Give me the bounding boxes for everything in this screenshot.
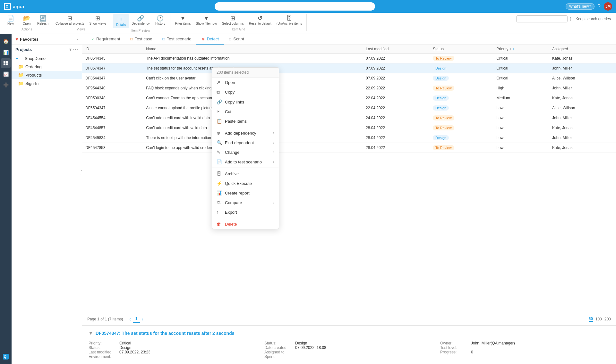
history-button[interactable]: 🕐 History [152,14,168,28]
collapse-all-button[interactable]: ⊟ Collapse all projects [53,14,87,27]
help-icon[interactable]: ? [598,4,601,9]
show-filter-row-button[interactable]: ▼ Show filter row [193,14,219,27]
show-views-button[interactable]: ⊞ Show views [87,14,109,27]
whats-new-button[interactable]: What's new? [566,3,595,10]
keep-search-checkbox[interactable] [570,17,574,21]
table-row[interactable]: DF0574347 The set status for the account… [82,63,616,73]
col-name[interactable]: Name [143,45,363,54]
table-row[interactable]: DF4544554 Can't add credit card with inv… [82,113,616,123]
date-created-label: Date created: [264,345,293,350]
prev-page-button[interactable]: ‹ [129,317,131,322]
table-row[interactable]: DF0544345 The API documentation has outd… [82,54,616,63]
per-page-100[interactable]: 100 [595,317,602,321]
cm-change[interactable]: ✎ Change › [212,147,279,157]
cm-copy-icon: ⧉ [217,89,222,95]
sidebar-plus-icon[interactable]: ➕ [1,80,11,90]
last-modified-label: Last modified: [89,350,117,354]
avatar[interactable]: JM [604,2,612,11]
cell-last-modified: 22.04.2022 [363,103,430,113]
per-page-50[interactable]: 50 [589,317,593,322]
table-row[interactable]: DF4544857 Can't add credit card with val… [82,123,616,133]
cm-quick-exec-label: Quick Execute [225,181,252,186]
refresh-button[interactable]: 🔄 Refresh [35,14,51,27]
sidebar-home-icon[interactable]: 🏠 [1,37,11,46]
cell-status: To Review [430,113,493,123]
cell-status: Design [430,103,493,113]
open-button[interactable]: 📂 Open [19,14,35,27]
details-button[interactable]: i Details [113,14,129,28]
table-row[interactable]: DF4547853 Can't login to the app with va… [82,143,616,153]
toolbar-search-input[interactable] [516,15,568,22]
new-button[interactable]: 📄 New [3,14,19,27]
cm-archive[interactable]: 🗄 Archive [212,169,279,178]
favorites-header: ♥ Favorites › [12,34,82,45]
col-priority[interactable]: Priority ↓ [493,45,549,54]
table-row[interactable]: DF4549834 There is no tooltip with the i… [82,133,616,143]
cm-delete[interactable]: 🗑 Delete [212,219,279,229]
cell-id: DF6594347 [82,103,143,113]
cm-copy-links-label: Copy links [225,100,244,104]
favorites-arrow[interactable]: › [77,37,78,42]
tab-requirement[interactable]: ✓ Requirement [86,34,125,45]
cm-change-icon: ✎ [217,150,222,155]
cm-add-dependency[interactable]: ⊕ Add dependency › [212,128,279,138]
cm-copy[interactable]: ⧉ Copy [212,87,279,97]
detail-priority: Priority: Critical [89,341,258,345]
tab-test-scenario[interactable]: □ Test scenario [158,34,197,45]
col-assigned[interactable]: Assigned [549,45,616,54]
tab-test-case[interactable]: □ Test case [125,34,157,45]
nav-collapse-handle[interactable]: ‹ [79,166,82,175]
table-row[interactable]: DF0590348 Can't connect Zoom to the app … [82,93,616,103]
unarchive-button[interactable]: 🗄 (Un)Archive items [274,14,304,27]
cm-open-icon: ↗ [217,80,222,85]
cm-create-report[interactable]: 📊 Create report [212,188,279,198]
col-last-modified[interactable]: Last modified [363,45,430,54]
detail-last-modified: Last modified: 07.09.2022, 23:23 [89,350,258,354]
cm-cut[interactable]: ✂ Cut [212,107,279,116]
projects-collapse-arrow[interactable]: ▾ [69,47,72,52]
cm-add-dep-arrow: › [273,131,274,135]
cm-quick-execute[interactable]: ⚡ Quick Execute [212,178,279,188]
toolbar-actions-row: 📄 New 📂 Open 🔄 Refresh [3,14,51,27]
global-search-input[interactable] [215,2,375,11]
shopDemo-more-icon[interactable]: ⋯ [19,56,23,61]
reset-to-default-button[interactable]: ↺ Reset to default [246,14,274,27]
tab-defect[interactable]: ⊗ Defect [196,34,224,45]
next-page-button[interactable]: › [142,317,143,322]
per-page-200[interactable]: 200 [604,317,611,321]
col-status[interactable]: Status [430,45,493,54]
select-columns-button[interactable]: ⊞ Select columns [219,14,246,27]
ordering-item[interactable]: 📁 Ordering [12,62,82,71]
cell-status: Design [430,73,493,83]
table-row[interactable]: DF9544340 FAQ block expands only when cl… [82,83,616,93]
signin-item[interactable]: 📁 Sign-In [12,79,82,87]
filter-items-button[interactable]: ▼ Filter items [172,14,193,27]
cm-export[interactable]: ↑ Export [212,207,279,217]
sidebar-bar-icon[interactable]: 📈 [1,69,11,79]
cm-paste-items[interactable]: 📋 Paste items [212,116,279,126]
col-id[interactable]: ID [82,45,143,54]
projects-header[interactable]: Projects ▾ ⋯ [12,45,82,54]
table-row[interactable]: DF6594347 A user cannot upload the profi… [82,103,616,113]
cell-status: To Review [430,83,493,93]
cm-add-to-test-scenario[interactable]: 📄 Add to test scenario › [212,157,279,167]
cm-copy-links[interactable]: 🔗 Copy links [212,97,279,107]
current-page[interactable]: 1 [133,316,140,323]
table-row[interactable]: DF8544347 Can't click on the user avatar… [82,73,616,83]
toolbar-views-row: ⊟ Collapse all projects ⊞ Show views [53,14,109,27]
cm-open[interactable]: ↗ Open [212,78,279,87]
sidebar-chart-icon[interactable]: 📊 [1,47,11,57]
cm-compare[interactable]: ⚖ Compare › [212,198,279,207]
sidebar-bottom-logo-icon[interactable]: Q [1,352,11,361]
projects-more-icon[interactable]: ⋯ [73,46,78,53]
shopDemo-row[interactable]: ▾ ⋯ ShopDemo [12,54,82,62]
defect-tab-label: Defect [207,37,219,41]
app-logo[interactable]: Q aqua [4,3,24,10]
tab-script[interactable]: □ Script [224,34,249,45]
dependency-button[interactable]: 🔗 Dependency [129,14,152,28]
cm-find-dependent[interactable]: 🔍 Find dependent › [212,138,279,147]
detail-toggle[interactable]: ▼ [89,331,93,336]
priority-label: Priority: [89,341,117,345]
sidebar-items-icon[interactable] [1,58,11,68]
products-item[interactable]: 📁 Products [12,71,82,79]
